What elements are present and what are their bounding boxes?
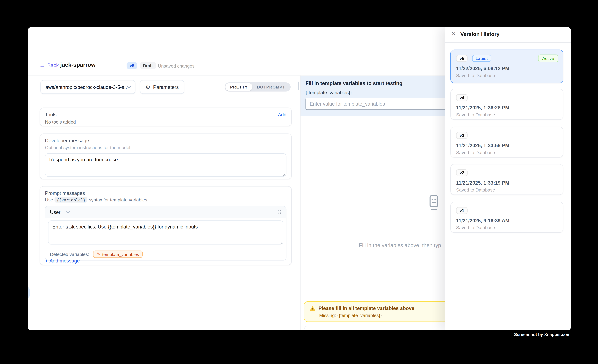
version-date: 11/21/2025, 1:33:56 PM [456, 143, 557, 148]
version-badge: v5 [127, 62, 137, 69]
add-message-button[interactable]: + Add message [45, 258, 80, 264]
version-card-v3[interactable]: v3 11/21/2025, 1:33:56 PM Saved to Datab… [450, 127, 563, 157]
active-badge: Active [538, 55, 558, 62]
version-status: Saved to Database [456, 112, 557, 117]
prompt-hint: Use {{variable}} syntax for template var… [45, 197, 286, 203]
screenshot-stage: ← Back jack-sparrow v5 Draft Unsaved cha… [0, 0, 598, 364]
hint-prefix: Use [45, 197, 53, 203]
version-card-v5[interactable]: v5 Latest Active 11/22/2025, 6:08:12 PM … [450, 50, 563, 83]
empty-state-text: Fill in the variables above, then typ [359, 242, 441, 248]
toggle-pretty[interactable]: PRETTY [226, 83, 252, 91]
message-header: User [45, 206, 286, 218]
back-label: Back [47, 63, 59, 68]
version-label-badge: v1 [456, 207, 468, 214]
version-label-badge: v2 [456, 169, 468, 176]
detected-variables-row: Detected variables: ✎ template_variables [45, 248, 286, 260]
variable-syntax-chip: {{variable}} [55, 197, 87, 203]
version-history-title: Version History [460, 31, 499, 37]
resize-handle-icon[interactable] [279, 241, 282, 244]
close-icon[interactable]: ✕ [451, 31, 456, 37]
version-label-badge: v3 [456, 132, 468, 139]
left-panel-scrollbar[interactable] [298, 82, 299, 91]
warning-title: Please fill in all template variables ab… [318, 306, 414, 311]
version-status: Saved to Database [456, 225, 557, 230]
template-variable-chip[interactable]: ✎ template_variables [93, 251, 143, 258]
watermark-text: Screenshot by Xnapper.com [514, 332, 571, 337]
draft-badge: Draft [140, 62, 156, 69]
add-tool-button[interactable]: + Add [274, 112, 286, 117]
back-button[interactable]: ← Back [39, 63, 59, 68]
version-label-badge: v5 [456, 55, 468, 62]
add-tool-label: Add [278, 112, 286, 117]
pencil-icon: ✎ [97, 252, 100, 257]
variables-heading: Fill in template variables to start test… [306, 81, 403, 86]
format-toggle: PRETTY DOTPROMPT [225, 82, 291, 91]
version-date: 11/21/2025, 9:16:39 AM [456, 218, 557, 223]
version-date: 11/21/2025, 1:36:28 PM [456, 105, 557, 111]
version-card-v4[interactable]: v4 11/21/2025, 1:36:28 PM Saved to Datab… [450, 89, 563, 120]
role-select[interactable]: User [50, 209, 70, 215]
tools-title: Tools [45, 112, 57, 117]
back-arrow-icon: ← [39, 63, 45, 68]
version-status: Saved to Database [456, 150, 557, 155]
page-title: jack-sparrow [60, 61, 96, 68]
parameters-label: Parameters [153, 84, 179, 90]
version-card-v1[interactable]: v1 11/21/2025, 9:16:39 AM Saved to Datab… [450, 202, 563, 232]
plus-icon: + [45, 258, 48, 264]
message-textarea[interactable]: Enter task specifics. Use {{template_var… [48, 221, 283, 245]
bot-face-icon [428, 195, 440, 211]
app-window: ← Back jack-sparrow v5 Draft Unsaved cha… [28, 27, 571, 330]
chevron-down-icon [66, 211, 70, 213]
version-date: 11/22/2025, 6:08:12 PM [456, 66, 557, 71]
message-block: User Enter task specifics. Use {{templat… [45, 206, 286, 260]
developer-message-textarea[interactable]: Respond as you are tom cruise [45, 153, 286, 177]
plus-icon: + [274, 112, 276, 117]
version-card-v2[interactable]: v2 11/21/2025, 1:33:19 PM Saved to Datab… [450, 164, 563, 195]
toggle-dotprompt[interactable]: DOTPROMPT [252, 83, 290, 91]
parameters-button[interactable]: ⚙ Parameters [140, 80, 184, 94]
prompt-messages-card: Prompt messages Use {{variable}} syntax … [40, 186, 292, 265]
detected-variables-label: Detected variables: [50, 252, 89, 257]
gear-icon: ⚙ [145, 84, 150, 90]
prompt-messages-title: Prompt messages [45, 190, 286, 196]
hint-suffix: syntax for template variables [89, 197, 147, 203]
model-select[interactable]: aws/anthropic/bedrock-claude-3-5-s... [40, 80, 135, 94]
drag-handle-icon[interactable] [278, 209, 282, 215]
developer-message-subtitle: Optional system instructions for the mod… [45, 145, 286, 150]
edge-peek-element [28, 287, 30, 298]
variable-chip-label: template_variables [102, 252, 139, 256]
unsaved-changes-label: Unsaved changes [158, 63, 195, 69]
version-status: Saved to Database [456, 73, 557, 78]
version-status: Saved to Database [456, 187, 557, 193]
add-message-label: Add message [50, 258, 80, 264]
model-select-value: aws/anthropic/bedrock-claude-3-5-s... [45, 84, 127, 90]
tools-card: Tools + Add No tools added [40, 108, 292, 126]
chevron-down-icon [127, 86, 131, 88]
developer-message-title: Developer message [45, 138, 286, 143]
warning-icon [310, 306, 316, 311]
variable-name-label: {{template_variables}} [306, 90, 352, 95]
version-history-panel: ✕ Version History v5 Latest Active 11/22… [445, 27, 571, 330]
role-value: User [50, 209, 60, 215]
version-date: 11/21/2025, 1:33:19 PM [456, 180, 557, 186]
developer-message-card: Developer message Optional system instru… [40, 133, 292, 179]
resize-handle-icon[interactable] [282, 173, 285, 177]
version-history-divider [445, 42, 571, 43]
toolbar: aws/anthropic/bedrock-claude-3-5-s... ⚙ … [28, 80, 300, 94]
version-label-badge: v4 [456, 94, 468, 101]
version-history-header: ✕ Version History [445, 27, 571, 42]
latest-badge: Latest [472, 55, 491, 62]
tools-empty-text: No tools added [45, 119, 286, 125]
